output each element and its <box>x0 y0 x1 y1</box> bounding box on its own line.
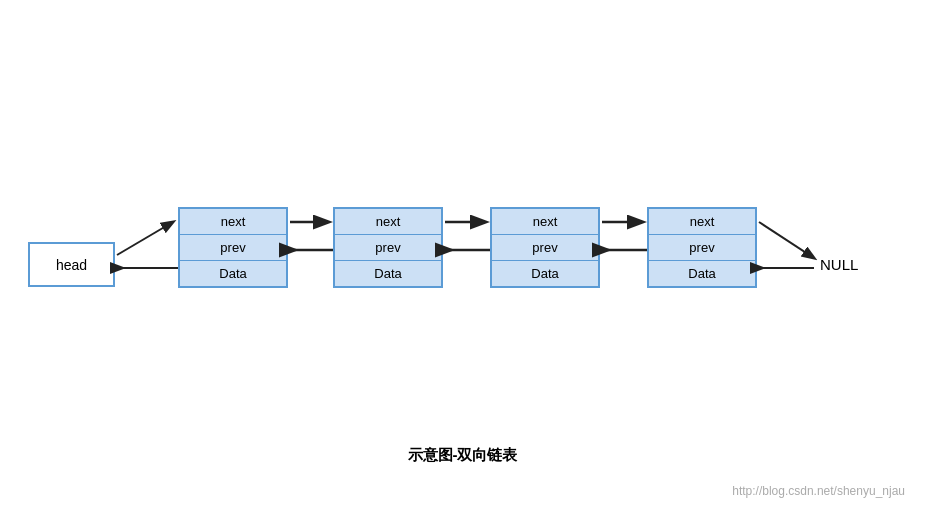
diagram-area: head next prev Data next prev Data next … <box>0 0 925 520</box>
null-label: NULL <box>820 256 858 273</box>
head-label: head <box>56 257 87 273</box>
node-4-next: next <box>649 209 755 235</box>
node-1-prev: prev <box>180 235 286 261</box>
node-4: next prev Data <box>647 207 757 288</box>
svg-line-8 <box>759 222 814 258</box>
node-2-next: next <box>335 209 441 235</box>
node-2: next prev Data <box>333 207 443 288</box>
node-4-prev: prev <box>649 235 755 261</box>
node-1: next prev Data <box>178 207 288 288</box>
node-2-prev: prev <box>335 235 441 261</box>
node-2-data: Data <box>335 261 441 286</box>
node-3-prev: prev <box>492 235 598 261</box>
node-1-data: Data <box>180 261 286 286</box>
svg-line-0 <box>117 222 173 255</box>
diagram-caption: 示意图-双向链表 <box>0 446 925 465</box>
arrows-svg <box>0 0 925 520</box>
node-3-next: next <box>492 209 598 235</box>
node-4-data: Data <box>649 261 755 286</box>
node-3: next prev Data <box>490 207 600 288</box>
head-node: head <box>28 242 115 287</box>
node-1-next: next <box>180 209 286 235</box>
node-3-data: Data <box>492 261 598 286</box>
watermark: http://blog.csdn.net/shenyu_njau <box>732 484 905 498</box>
